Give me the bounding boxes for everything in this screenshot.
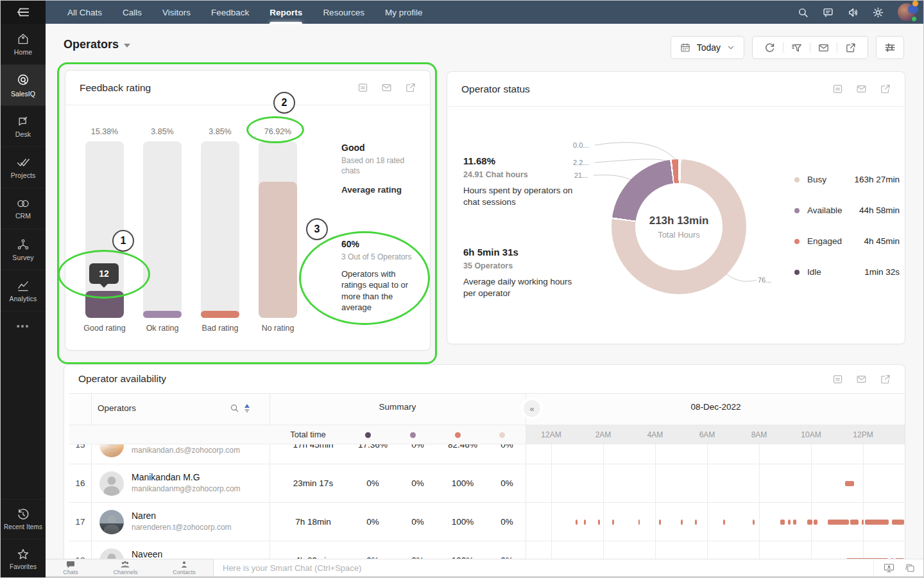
- legend-dot: [794, 208, 800, 213]
- annotation-marker-2: 2: [273, 92, 295, 114]
- table-row[interactable]: 15 manikandan.ds@zohocorp.com 17h 45min …: [69, 444, 905, 464]
- time-tick: 12AM: [541, 430, 561, 439]
- customize-columns-button[interactable]: [876, 36, 904, 59]
- sidebar-item-recent-items[interactable]: Recent Items: [1, 499, 46, 539]
- nav-tabs: All Chats Calls Visitors Feedback Report…: [57, 1, 432, 24]
- bar-category-label: No rating: [246, 324, 310, 333]
- nav-tab-resources[interactable]: Resources: [312, 1, 375, 24]
- total-time-column-header: Total time: [270, 430, 346, 439]
- bar-no-rating[interactable]: [259, 141, 297, 318]
- chat-bar-tab-contacts[interactable]: Contacts: [173, 561, 196, 575]
- legend-item-available[interactable]: Available 44h 58min: [794, 206, 900, 215]
- collapse-summary-button[interactable]: «: [524, 400, 540, 417]
- chat-bar-tab-channels[interactable]: Channels: [113, 561, 137, 575]
- card-title: Feedback rating: [80, 82, 151, 94]
- user-avatar[interactable]: [898, 3, 916, 21]
- view-report-button[interactable]: [832, 374, 843, 385]
- legend-item-idle[interactable]: Idle 1min 32s: [794, 267, 900, 277]
- sidebar-item-crm[interactable]: CRM: [1, 188, 46, 229]
- activity-segment: [695, 520, 697, 525]
- open-external-button[interactable]: [880, 374, 891, 385]
- copy-icon[interactable]: [905, 563, 915, 573]
- legend-item-busy[interactable]: Busy 163h 27min: [794, 175, 900, 184]
- bar-bad-rating[interactable]: [201, 141, 239, 318]
- bar-category-label: Bad rating: [188, 324, 252, 333]
- bar-fill: [259, 182, 297, 318]
- email-button[interactable]: [856, 83, 867, 94]
- sidebar-item-desk[interactable]: Desk: [1, 106, 46, 147]
- smart-chat-input[interactable]: Here is your Smart Chat (Ctrl+Space): [214, 559, 873, 576]
- view-report-button[interactable]: [357, 82, 368, 93]
- view-report-button[interactable]: [832, 83, 843, 94]
- activity-segment: [865, 520, 889, 525]
- bar-percent-label: 76.92%: [249, 127, 307, 136]
- mail-icon: [856, 83, 867, 94]
- screen-share-icon[interactable]: [884, 563, 894, 573]
- nav-tab-calls[interactable]: Calls: [112, 1, 152, 24]
- chevron-down-icon[interactable]: [124, 44, 130, 48]
- sidebar-item-projects[interactable]: Projects: [1, 147, 46, 188]
- operators-column-header[interactable]: Operators: [98, 403, 136, 413]
- feedback-rating-card: Feedback rating 15.38% 3.85% 3.85% 76.92…: [65, 70, 431, 351]
- status-donut-chart[interactable]: 213h 13min Total Hours: [612, 159, 746, 294]
- bar-ok-rating[interactable]: [143, 141, 182, 318]
- search-icon[interactable]: [230, 403, 239, 413]
- nav-tab-my-profile[interactable]: My profile: [375, 1, 433, 24]
- sidebar-item-analytics[interactable]: Analytics: [1, 270, 46, 311]
- external-link-icon: [880, 374, 891, 385]
- nav-tab-reports[interactable]: Reports: [259, 1, 312, 24]
- pct-cell: 100%: [440, 464, 485, 502]
- sort-control[interactable]: [244, 404, 250, 413]
- timeline-ticks-band: [526, 425, 905, 444]
- external-link-icon: [880, 83, 891, 94]
- sidebar-label: Recent Items: [4, 523, 42, 530]
- chat-bar-tab-chats[interactable]: Chats: [63, 561, 78, 575]
- annotation-number: 3: [314, 223, 320, 235]
- gear-icon[interactable]: [873, 7, 884, 18]
- speaker-icon[interactable]: [848, 7, 859, 18]
- nav-tab-visitors[interactable]: Visitors: [152, 1, 201, 24]
- top-navigation: All Chats Calls Visitors Feedback Report…: [1, 1, 924, 24]
- report-icon: [832, 374, 843, 385]
- table-row[interactable]: 17 Naren narenderen.t@zohocorp.com 7h 18…: [69, 503, 905, 541]
- page-title[interactable]: Operators: [64, 38, 119, 51]
- filter-button[interactable]: [783, 42, 810, 53]
- email-report-button[interactable]: [810, 42, 837, 53]
- export-button[interactable]: [837, 42, 864, 53]
- tooltip-value: 12: [99, 268, 109, 279]
- sidebar-item-survey[interactable]: Survey: [1, 229, 46, 270]
- sliders-icon: [884, 42, 896, 53]
- sidebar-more-button[interactable]: •••: [1, 311, 46, 341]
- row-number: 15: [69, 444, 91, 464]
- mail-icon: [381, 82, 392, 93]
- operators-pct-desc: Operators with ratings equal to or more …: [341, 268, 417, 313]
- search-icon[interactable]: [798, 7, 809, 18]
- sidebar-label: CRM: [15, 212, 31, 220]
- operator-email: manikandan.ds@zohocorp.com: [132, 446, 240, 455]
- mail-icon: [856, 374, 867, 385]
- legend-item-engaged[interactable]: Engaged 4h 45min: [794, 236, 900, 246]
- table-row[interactable]: 16 Manikandan M.G manikandanmg@zohocorp.…: [69, 464, 905, 503]
- timeline-cell: [526, 444, 905, 464]
- collapse-menu-button[interactable]: [1, 1, 46, 24]
- sidebar-item-salesiq[interactable]: SalesIQ: [1, 65, 46, 106]
- card-header: Operator status: [447, 72, 905, 107]
- activity-segment: [793, 520, 796, 525]
- open-external-button[interactable]: [880, 83, 891, 94]
- card-title: Operator availability: [78, 373, 166, 385]
- open-external-button[interactable]: [405, 82, 416, 93]
- nav-tab-all-chats[interactable]: All Chats: [57, 1, 112, 24]
- refresh-button[interactable]: [757, 42, 783, 53]
- bar-good-rating[interactable]: [85, 141, 124, 318]
- email-button[interactable]: [856, 374, 867, 385]
- sidebar-item-home[interactable]: Home: [1, 24, 46, 65]
- avatar-body: [104, 486, 119, 496]
- nav-tab-feedback[interactable]: Feedback: [201, 1, 259, 24]
- sidebar-item-favorites[interactable]: Favorites: [1, 539, 46, 578]
- activity-segment: [850, 520, 859, 525]
- email-button[interactable]: [381, 82, 392, 93]
- card-actions: [832, 374, 891, 385]
- chat-icon[interactable]: [823, 7, 834, 18]
- bar-track: [143, 141, 182, 318]
- date-filter-dropdown[interactable]: Today: [671, 36, 744, 59]
